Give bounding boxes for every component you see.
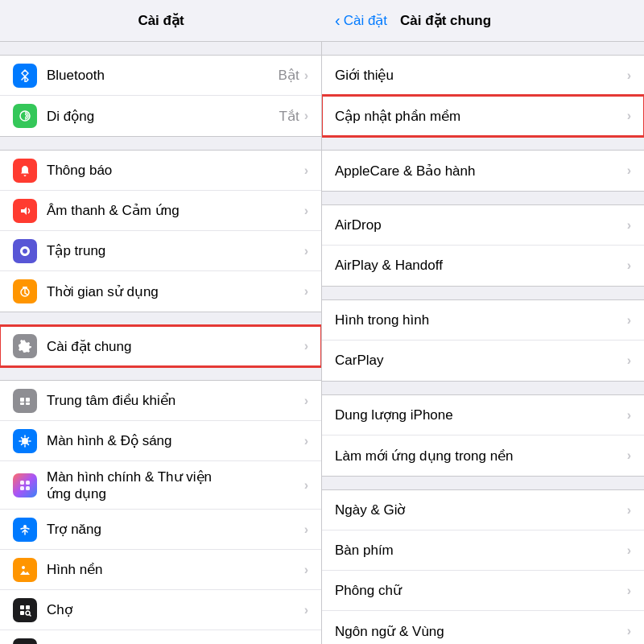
left-group-2: Thông báo › Âm thanh & Cảm ứng › xyxy=(0,150,321,312)
thoi-gian-label: Thời gian sử dụng xyxy=(47,283,304,300)
di-dong-value: Tắt xyxy=(279,108,299,125)
am-thanh-label: Âm thanh & Cảm ứng xyxy=(47,202,304,219)
siri-icon xyxy=(13,638,37,644)
right-item-lam-moi[interactable]: Làm mới ứng dụng trong nền › xyxy=(322,436,644,476)
sidebar-item-man-hinh-chinh[interactable]: Màn hình chính & Thư viện ứng dụng › xyxy=(0,461,321,510)
svg-rect-18 xyxy=(20,611,24,615)
left-title-text: Cài đặt xyxy=(138,12,184,29)
main-content: Bluetooth Bật › Di động Tắt › xyxy=(0,42,644,644)
right-item-hinh-trong-hinh[interactable]: Hình trong hình › xyxy=(322,300,644,341)
ban-phim-label: Bàn phím xyxy=(335,543,627,559)
tro-nang-icon xyxy=(13,518,37,542)
di-dong-icon xyxy=(13,104,37,128)
bluetooth-chevron-icon: › xyxy=(304,68,308,83)
tap-trung-icon xyxy=(13,239,37,263)
svg-point-15 xyxy=(22,566,25,569)
carplay-chevron-icon: › xyxy=(627,353,631,368)
right-item-apple-care[interactable]: AppleCare & Bảo hành › xyxy=(322,151,644,191)
sidebar-item-am-thanh[interactable]: Âm thanh & Cảm ứng › xyxy=(0,191,321,231)
right-group-1: Giới thiệu › Cập nhật phần mềm › xyxy=(322,55,644,137)
dung-luong-chevron-icon: › xyxy=(627,408,631,423)
cho-icon xyxy=(13,598,37,622)
left-group-4: Trung tâm điều khiển › Màn hình & Độ sán… xyxy=(0,380,321,644)
man-hinh-chinh-chevron-icon: › xyxy=(304,478,308,493)
sidebar-item-cho[interactable]: Chợ › xyxy=(0,590,321,630)
svg-rect-11 xyxy=(26,481,30,485)
nav-right: ‹ Cài đặt Cài đặt chung xyxy=(322,12,644,30)
sidebar-item-cai-dat-chung[interactable]: Cài đặt chung › xyxy=(0,326,321,366)
right-item-phong-chu[interactable]: Phông chữ › xyxy=(322,571,644,611)
ngay-gio-chevron-icon: › xyxy=(627,503,631,518)
sidebar-item-di-dong[interactable]: Di động Tắt › xyxy=(0,96,321,136)
ngay-gio-label: Ngày & Giờ xyxy=(335,502,627,518)
right-item-ban-phim[interactable]: Bàn phím › xyxy=(322,530,644,571)
di-dong-label: Di động xyxy=(47,108,279,125)
sidebar-item-tro-nang[interactable]: Trợ năng › xyxy=(0,510,321,550)
tap-trung-label: Tập trung xyxy=(47,242,304,259)
am-thanh-chevron-icon: › xyxy=(304,204,308,218)
back-chevron-icon: ‹ xyxy=(335,11,341,30)
svg-rect-6 xyxy=(26,398,30,402)
airplay-chevron-icon: › xyxy=(627,258,631,273)
cai-dat-chung-icon xyxy=(13,334,37,358)
hinh-nen-chevron-icon: › xyxy=(304,563,308,577)
apple-care-label: AppleCare & Bảo hành xyxy=(335,163,627,180)
hinh-nen-label: Hình nền xyxy=(47,561,304,578)
nav-bar: Cài đặt ‹ Cài đặt Cài đặt chung xyxy=(0,0,644,42)
right-item-airdrop[interactable]: AirDrop › xyxy=(322,205,644,246)
tap-trung-chevron-icon: › xyxy=(304,244,308,258)
left-group-3: Cài đặt chung › xyxy=(0,325,321,367)
sidebar-item-hinh-nen[interactable]: Hình nền › xyxy=(0,550,321,590)
right-panel: Giới thiệu › Cập nhật phần mềm › AppleCa… xyxy=(322,42,644,644)
gioi-thieu-label: Giới thiệu xyxy=(335,67,627,84)
right-group-4: Hình trong hình › CarPlay › xyxy=(322,299,644,382)
carplay-label: CarPlay xyxy=(335,353,627,369)
sidebar-item-tap-trung[interactable]: Tập trung › xyxy=(0,231,321,271)
airplay-label: AirPlay & Handoff xyxy=(335,258,627,274)
dung-luong-label: Dung lượng iPhone xyxy=(335,407,627,423)
svg-rect-10 xyxy=(20,481,24,485)
thoi-gian-chevron-icon: › xyxy=(304,284,308,299)
sidebar-item-thoi-gian[interactable]: Thời gian sử dụng › xyxy=(0,271,321,312)
di-dong-chevron-icon: › xyxy=(304,109,308,123)
man-hinh-chinh-line2: ứng dụng xyxy=(47,485,304,502)
nav-back-button[interactable]: ‹ Cài đặt xyxy=(335,12,387,30)
sidebar-item-thong-bao[interactable]: Thông báo › xyxy=(0,151,321,191)
svg-rect-12 xyxy=(20,486,24,490)
right-item-ngon-ngu[interactable]: Ngôn ngữ & Vùng › xyxy=(322,611,644,644)
sidebar-item-siri[interactable]: Siri & Tìm kiếm › xyxy=(0,630,321,644)
right-item-airplay[interactable]: AirPlay & Handoff › xyxy=(322,246,644,286)
phong-chu-label: Phông chữ xyxy=(335,582,627,599)
thong-bao-icon xyxy=(13,159,37,183)
right-group-5: Dung lượng iPhone › Làm mới ứng dụng tro… xyxy=(322,394,644,477)
right-item-dung-luong[interactable]: Dung lượng iPhone › xyxy=(322,395,644,436)
right-item-cap-nhat[interactable]: Cập nhật phần mềm › xyxy=(322,96,644,136)
sidebar-item-man-hinh[interactable]: Màn hình & Độ sáng › xyxy=(0,421,321,461)
right-title-text: Cài đặt chung xyxy=(400,12,491,29)
hinh-nen-icon xyxy=(13,558,37,582)
man-hinh-chinh-icon xyxy=(13,473,37,497)
right-item-ngay-gio[interactable]: Ngày & Giờ › xyxy=(322,490,644,530)
svg-rect-7 xyxy=(20,402,24,405)
thong-bao-chevron-icon: › xyxy=(304,163,308,178)
trung-tam-icon xyxy=(13,389,37,413)
left-panel: Bluetooth Bật › Di động Tắt › xyxy=(0,42,322,644)
ngon-ngu-label: Ngôn ngữ & Vùng xyxy=(335,623,627,640)
trung-tam-chevron-icon: › xyxy=(304,394,308,408)
svg-rect-17 xyxy=(26,605,30,609)
right-item-carplay[interactable]: CarPlay › xyxy=(322,341,644,381)
cap-nhat-chevron-icon: › xyxy=(627,109,631,123)
svg-rect-8 xyxy=(26,402,30,405)
sidebar-item-trung-tam[interactable]: Trung tâm điều khiển › xyxy=(0,381,321,421)
thoi-gian-icon xyxy=(13,279,37,303)
back-label: Cài đặt xyxy=(344,12,387,29)
sidebar-item-bluetooth[interactable]: Bluetooth Bật › xyxy=(0,56,321,96)
right-item-gioi-thieu[interactable]: Giới thiệu › xyxy=(322,56,644,96)
svg-marker-1 xyxy=(21,207,27,215)
tro-nang-chevron-icon: › xyxy=(304,522,308,537)
cai-dat-chung-chevron-icon: › xyxy=(304,339,308,353)
cai-dat-chung-label: Cài đặt chung xyxy=(47,338,304,355)
airdrop-chevron-icon: › xyxy=(627,218,631,233)
cap-nhat-label: Cập nhật phần mềm xyxy=(335,108,627,125)
hinh-trong-hinh-chevron-icon: › xyxy=(627,313,631,328)
